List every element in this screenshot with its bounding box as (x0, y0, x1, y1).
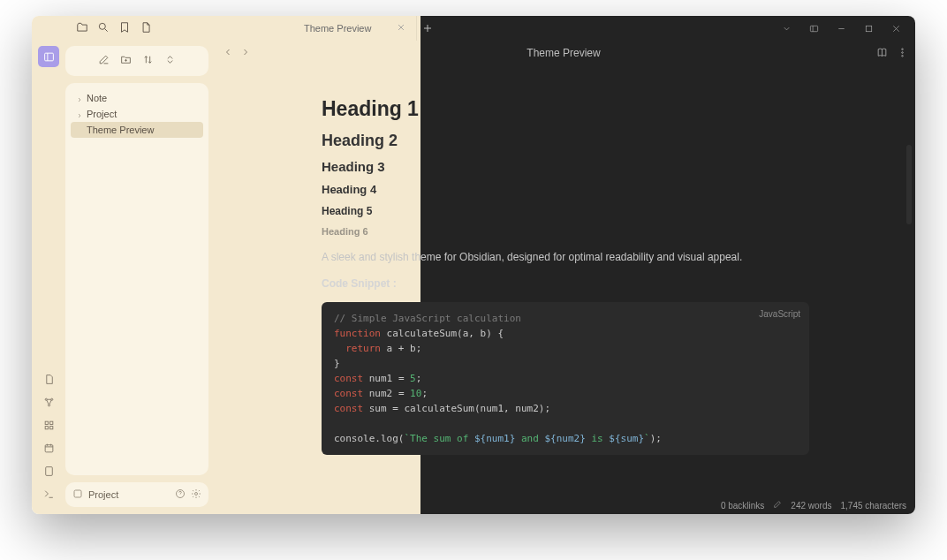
svg-rect-13 (74, 490, 81, 497)
window-controls (774, 16, 908, 41)
tree-item-label: Project (87, 109, 117, 119)
svg-rect-2 (866, 26, 871, 31)
quick-switcher-icon[interactable] (43, 373, 55, 389)
status-words: 242 words (791, 501, 831, 511)
sidebar-footer: Project (65, 482, 208, 507)
settings-icon[interactable] (191, 488, 201, 501)
nav-back-icon[interactable] (223, 47, 233, 59)
tree-item-note[interactable]: Note (71, 90, 203, 106)
new-note-icon[interactable] (98, 53, 110, 69)
tab-strip: Theme Preview (295, 16, 438, 41)
code-block: JavaScript // Simple JavaScript calculat… (322, 302, 809, 455)
intro-paragraph: A sleek and stylish theme for Obsidian, … (322, 249, 809, 265)
svg-rect-9 (45, 427, 48, 429)
reading-mode-icon[interactable] (876, 47, 888, 60)
sort-icon[interactable] (142, 53, 154, 69)
maximize-icon[interactable] (856, 19, 881, 37)
tree-item-label: Theme Preview (87, 125, 154, 135)
titlebar: Theme Preview (32, 16, 915, 41)
main-header-right (876, 47, 908, 60)
window-close-icon[interactable] (883, 19, 908, 37)
nav-forward-icon[interactable] (240, 47, 251, 59)
chevron-right-icon (76, 110, 83, 117)
templates-icon[interactable] (43, 465, 55, 481)
new-tab-button[interactable] (417, 23, 438, 34)
content-layer: Theme Preview (32, 16, 915, 514)
folder-open-icon[interactable] (76, 21, 88, 36)
heading-2: Heading 2 (322, 132, 809, 150)
svg-rect-12 (45, 467, 52, 476)
tab-label: Theme Preview (304, 23, 371, 34)
canvas-icon[interactable] (43, 419, 55, 435)
app-window: Theme Preview (32, 16, 915, 514)
main-editor: Theme Preview Heading 1 Heading 2 Headin… (216, 41, 915, 514)
ribbon-lower (43, 373, 55, 514)
vault-name: Project (88, 489, 118, 500)
heading-4: Heading 4 (322, 183, 809, 196)
svg-rect-8 (49, 421, 52, 424)
svg-point-16 (902, 48, 904, 49)
svg-point-15 (195, 493, 198, 496)
minimize-icon[interactable] (829, 19, 853, 37)
heading-5: Heading 5 (322, 205, 809, 217)
svg-rect-3 (44, 53, 53, 61)
tree-item-project[interactable]: Project (71, 106, 203, 122)
titlebar-left-icons (32, 21, 152, 36)
sidebar-toolbar (65, 46, 208, 76)
daily-note-icon[interactable] (43, 442, 55, 458)
vault-icon[interactable] (72, 488, 83, 501)
ribbon-files-button[interactable] (38, 46, 59, 67)
more-icon[interactable] (897, 47, 908, 60)
svg-rect-7 (45, 421, 48, 424)
bookmark-icon[interactable] (118, 21, 131, 36)
status-bar: 0 backlinks 242 words 1,745 characters (216, 496, 915, 514)
new-folder-icon[interactable] (120, 53, 132, 69)
body-row: Note Project Theme Preview Project (32, 41, 915, 514)
svg-rect-11 (45, 445, 53, 452)
tree-item-label: Note (87, 93, 107, 103)
breadcrumb: Theme Preview (258, 47, 869, 59)
code-line: // Simple JavaScript calculation (334, 313, 521, 324)
tab-theme-preview[interactable]: Theme Preview (295, 16, 417, 41)
command-icon[interactable] (43, 488, 55, 503)
svg-point-18 (902, 55, 904, 57)
help-icon[interactable] (175, 488, 186, 501)
heading-3: Heading 3 (322, 159, 809, 174)
pencil-icon[interactable] (773, 500, 782, 511)
graph-icon[interactable] (43, 396, 55, 412)
close-icon[interactable] (397, 23, 407, 34)
file-tree: Note Project Theme Preview (65, 83, 208, 475)
scrollbar-indicator[interactable] (906, 145, 912, 224)
svg-rect-1 (810, 26, 817, 31)
svg-point-0 (99, 23, 105, 29)
ribbon (32, 41, 65, 514)
svg-rect-10 (49, 427, 52, 429)
tree-item-theme-preview[interactable]: Theme Preview (71, 122, 203, 138)
svg-point-17 (902, 51, 904, 53)
heading-6: Heading 6 (322, 226, 809, 237)
search-icon[interactable] (97, 21, 110, 36)
note-content[interactable]: Heading 1 Heading 2 Heading 3 Heading 4 … (216, 65, 915, 496)
code-language-label: JavaScript (759, 307, 800, 322)
sidebar-toggle-icon[interactable] (801, 19, 826, 37)
code-snippet-label: Code Snippet : (322, 276, 809, 291)
status-backlinks[interactable]: 0 backlinks (721, 501, 764, 511)
main-header: Theme Preview (216, 41, 915, 65)
svg-point-6 (48, 405, 49, 406)
sidebar: Note Project Theme Preview Project (65, 41, 216, 514)
chevron-right-icon (76, 95, 83, 102)
file-icon[interactable] (140, 21, 152, 36)
collapse-icon[interactable] (164, 53, 176, 69)
status-chars: 1,745 characters (841, 501, 907, 511)
chevron-down-icon[interactable] (774, 19, 799, 37)
heading-1: Heading 1 (322, 97, 809, 121)
